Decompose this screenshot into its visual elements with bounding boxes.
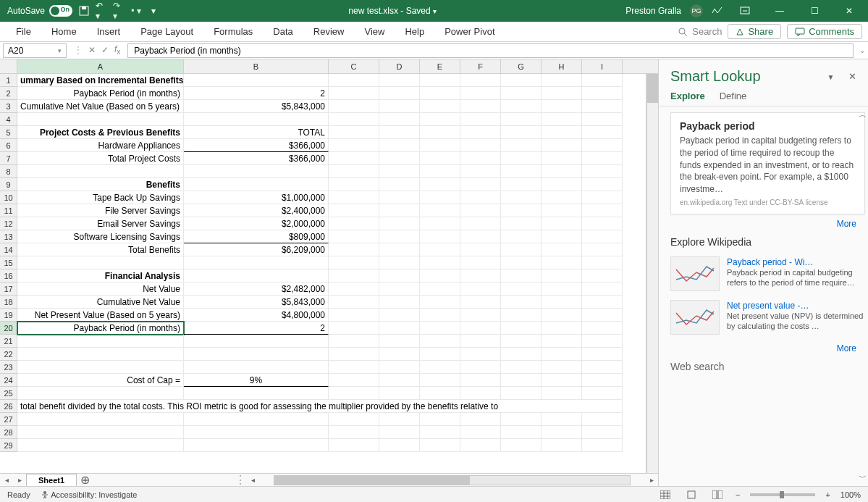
zoom-slider[interactable] bbox=[750, 493, 815, 496]
cell[interactable] bbox=[460, 100, 501, 113]
cell[interactable] bbox=[460, 361, 501, 374]
cell[interactable]: 2 bbox=[184, 87, 329, 100]
cell[interactable] bbox=[542, 243, 582, 256]
cell[interactable] bbox=[501, 230, 542, 243]
pane-menu-icon[interactable]: ▼ bbox=[827, 73, 834, 81]
cell[interactable] bbox=[329, 113, 379, 126]
cell[interactable]: 9% bbox=[184, 374, 329, 387]
cell[interactable] bbox=[501, 74, 542, 87]
cell[interactable] bbox=[542, 230, 582, 243]
cell[interactable] bbox=[542, 74, 582, 87]
cell[interactable] bbox=[582, 204, 623, 217]
column-header[interactable]: E bbox=[420, 59, 460, 73]
cell[interactable] bbox=[582, 374, 623, 387]
cell[interactable] bbox=[501, 269, 542, 283]
minimize-button[interactable]: — bbox=[767, 0, 793, 22]
cell[interactable] bbox=[379, 413, 420, 426]
cell[interactable] bbox=[420, 322, 460, 335]
cell[interactable] bbox=[460, 165, 501, 178]
cell[interactable] bbox=[501, 139, 542, 152]
cell[interactable] bbox=[379, 374, 420, 387]
cell[interactable] bbox=[329, 230, 379, 243]
cell[interactable] bbox=[582, 191, 623, 204]
cell[interactable]: Project Costs & Previous Benefits bbox=[17, 126, 184, 139]
cell[interactable] bbox=[501, 217, 542, 230]
cell[interactable] bbox=[460, 413, 501, 426]
cell[interactable] bbox=[501, 87, 542, 100]
cell[interactable] bbox=[460, 74, 501, 87]
pane-close-button[interactable]: ✕ bbox=[848, 71, 856, 82]
column-header[interactable]: C bbox=[329, 59, 379, 73]
cell[interactable]: Net Present Value (Based on 5 years) bbox=[17, 309, 184, 322]
cell[interactable] bbox=[184, 348, 329, 361]
fx-icon[interactable]: fx bbox=[114, 44, 120, 56]
cell[interactable] bbox=[420, 374, 460, 387]
cell[interactable] bbox=[329, 217, 379, 230]
cell[interactable] bbox=[582, 413, 623, 426]
cell[interactable] bbox=[329, 178, 379, 191]
cell[interactable] bbox=[379, 217, 420, 230]
cell[interactable] bbox=[501, 152, 542, 165]
zoom-in-button[interactable]: + bbox=[825, 490, 830, 499]
pane-tab-explore[interactable]: Explore bbox=[670, 91, 705, 101]
cell[interactable] bbox=[420, 348, 460, 361]
cell[interactable]: Total Benefits bbox=[17, 243, 184, 256]
name-box[interactable]: A20▾ bbox=[3, 43, 67, 58]
cell[interactable] bbox=[460, 126, 501, 139]
cell[interactable] bbox=[542, 139, 582, 152]
cell[interactable] bbox=[420, 165, 460, 178]
sheet-nav-prev[interactable]: ◂ bbox=[0, 474, 13, 486]
cell[interactable] bbox=[542, 387, 582, 400]
cell[interactable] bbox=[582, 296, 623, 309]
user-avatar[interactable]: PG bbox=[690, 4, 703, 17]
cell[interactable] bbox=[582, 269, 623, 283]
cell[interactable] bbox=[17, 413, 184, 426]
sheet-tab[interactable]: Sheet1 bbox=[26, 474, 77, 486]
cell[interactable] bbox=[460, 256, 501, 269]
cell[interactable] bbox=[420, 309, 460, 322]
cell[interactable] bbox=[184, 387, 329, 400]
row-header[interactable]: 7 bbox=[0, 152, 17, 165]
tab-file[interactable]: File bbox=[6, 22, 41, 41]
worksheet-grid[interactable]: ABCDEFGHI 1ummary Based on Incremental B… bbox=[0, 59, 658, 486]
row-header[interactable]: 19 bbox=[0, 309, 17, 322]
cell[interactable]: Net Value bbox=[17, 283, 184, 296]
cell[interactable]: $2,482,000 bbox=[184, 283, 329, 296]
cell[interactable]: $5,843,000 bbox=[184, 296, 329, 309]
cell[interactable] bbox=[460, 387, 501, 400]
cell[interactable] bbox=[329, 387, 379, 400]
cell[interactable] bbox=[582, 387, 623, 400]
cell[interactable] bbox=[582, 243, 623, 256]
cell[interactable] bbox=[501, 113, 542, 126]
cell[interactable] bbox=[420, 178, 460, 191]
cell[interactable] bbox=[501, 126, 542, 139]
column-header[interactable]: H bbox=[542, 59, 582, 73]
cell[interactable] bbox=[582, 426, 623, 439]
cell[interactable] bbox=[420, 283, 460, 296]
cell[interactable] bbox=[420, 204, 460, 217]
cell[interactable] bbox=[582, 139, 623, 152]
cell[interactable] bbox=[460, 426, 501, 439]
cell[interactable] bbox=[420, 74, 460, 87]
cell[interactable] bbox=[460, 230, 501, 243]
cell[interactable] bbox=[379, 387, 420, 400]
row-header[interactable]: 4 bbox=[0, 113, 17, 126]
cell[interactable] bbox=[582, 348, 623, 361]
tab-formulas[interactable]: Formulas bbox=[203, 22, 263, 41]
cell[interactable] bbox=[501, 243, 542, 256]
cell[interactable] bbox=[420, 413, 460, 426]
cell[interactable] bbox=[460, 139, 501, 152]
cell[interactable] bbox=[420, 100, 460, 113]
pane-tab-define[interactable]: Define bbox=[720, 91, 747, 101]
cell[interactable] bbox=[420, 230, 460, 243]
qat-more-icon[interactable]: • ▾ bbox=[130, 5, 142, 17]
cell[interactable] bbox=[501, 100, 542, 113]
cell[interactable] bbox=[542, 152, 582, 165]
cell[interactable] bbox=[379, 113, 420, 126]
cell[interactable] bbox=[379, 269, 420, 283]
cell[interactable] bbox=[184, 426, 329, 439]
sheet-nav-next[interactable]: ▸ bbox=[13, 474, 26, 486]
cell[interactable] bbox=[420, 152, 460, 165]
cell[interactable] bbox=[379, 100, 420, 113]
cell[interactable] bbox=[582, 113, 623, 126]
